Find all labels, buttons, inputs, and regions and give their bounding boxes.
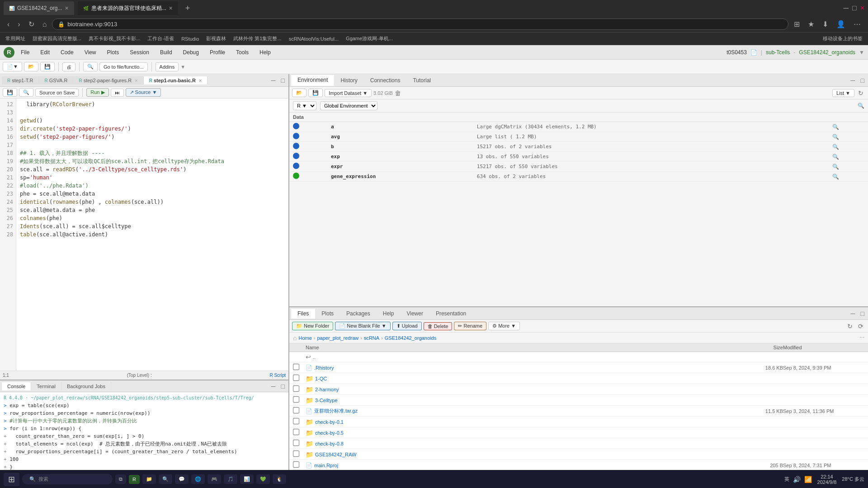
close-tab-2-btn[interactable]: ×	[169, 5, 173, 12]
files-more-btn[interactable]: ⋯	[859, 335, 864, 341]
save-workspace-btn[interactable]: 💾	[308, 89, 323, 97]
tab-connections[interactable]: Connections	[364, 75, 407, 85]
breadcrumb-home[interactable]: Home	[298, 335, 311, 341]
editor-tab-gsva[interactable]: R GSVA.R	[39, 76, 73, 84]
file-item[interactable]: 📄 main.Rproj 205 B Sep 8, 2024, 7:31 PM	[289, 460, 868, 471]
file-item[interactable]: 📄 亚群细分标准.tar.gz 11.5 KB Sep 3, 2024, 11:…	[289, 406, 868, 417]
menu-btn[interactable]: ⋯	[851, 18, 863, 30]
find-in-editor-btn[interactable]: 🔍	[19, 88, 33, 97]
upload-btn[interactable]: ⬆ Upload	[392, 322, 422, 330]
var-search-btn[interactable]: 🔍	[829, 152, 868, 162]
print-btn[interactable]: 🖨	[62, 62, 75, 71]
back-btn[interactable]: ‹	[5, 19, 12, 30]
env-var-row[interactable]: gene_expression 634 obs. of 2 variables …	[289, 172, 868, 182]
goto-file-btn[interactable]: Go to file/functio...	[99, 62, 148, 71]
file-name[interactable]: 📁 check-by-0.5	[306, 429, 738, 436]
editor-tab-step1-t[interactable]: R step1-T.R	[2, 76, 39, 84]
profile-btn[interactable]: 👤	[834, 18, 848, 30]
bookmark-6[interactable]: 影视森林	[204, 34, 228, 43]
network-icon[interactable]: 📶	[804, 476, 812, 483]
file-name[interactable]: 📁 2-harmony	[306, 386, 738, 393]
tab-help[interactable]: Help	[377, 309, 401, 319]
env-var-row[interactable]: avg Large list ( 1.2 MB) 🔍	[289, 132, 868, 142]
file-list[interactable]: ↩ .. 📄 .Rhistory 18.6 KB Sep 8, 2024, 9:…	[289, 352, 868, 488]
file-item[interactable]: 📁 1-QC	[289, 373, 868, 384]
view-list-btn[interactable]: List ▼	[832, 89, 854, 97]
code-editor[interactable]: library(RColorBrewer) getwd() dir.create…	[16, 99, 288, 371]
code-area[interactable]: 121314151617 181920212223 2425262728 lib…	[0, 99, 288, 371]
source-btn[interactable]: ↗ Source ▼	[126, 88, 161, 97]
env-tools-btn[interactable]: 🗑	[395, 89, 401, 97]
more-btn[interactable]: ⚙ More ▼	[488, 322, 520, 330]
new-folder-btn[interactable]: 📁 New Folder	[292, 322, 333, 330]
files-sync-btn[interactable]: ⟳	[856, 322, 865, 331]
global-env-select[interactable]: Global Environment	[320, 101, 377, 110]
new-tab-btn[interactable]: +	[182, 4, 194, 13]
file-item[interactable]: 📁 2-harmony	[289, 384, 868, 395]
file-name[interactable]: ↩ ..	[306, 353, 738, 361]
rename-btn[interactable]: ✏ Rename	[454, 322, 486, 330]
tab-packages[interactable]: Packages	[340, 309, 377, 319]
home-btn[interactable]: ⌂	[40, 19, 50, 30]
env-var-row[interactable]: b 15217 obs. of 2 variables 🔍	[289, 142, 868, 152]
bookmark-3[interactable]: 真不卡影视_我不卡影...	[87, 34, 142, 43]
bookmark-7[interactable]: 武林外传 第1集完整...	[231, 34, 283, 43]
r-app-btn[interactable]: R	[129, 475, 140, 484]
var-search-btn[interactable]: 🔍	[829, 132, 868, 142]
file-checkbox-cell[interactable]	[293, 440, 306, 447]
var-search-btn[interactable]: 🔍	[829, 172, 868, 182]
file-item[interactable]: 📁 check-by-0.5	[289, 427, 868, 438]
folder-app-btn[interactable]: 📁	[142, 474, 156, 484]
new-blank-file-btn[interactable]: 📄 New Blank File ▼	[335, 322, 390, 330]
menu-build[interactable]: Build	[156, 47, 177, 57]
search-app-btn[interactable]: 🔍	[159, 474, 172, 484]
menu-view[interactable]: View	[80, 47, 101, 57]
env-search-icon[interactable]: 🔍	[858, 103, 864, 109]
file-checkbox-cell[interactable]	[293, 461, 306, 469]
chat-app-btn[interactable]: 💬	[175, 474, 189, 484]
editor-maximize-btn[interactable]: □	[279, 76, 287, 85]
delete-btn[interactable]: 🗑 Delete	[424, 322, 453, 330]
bookmark-2[interactable]: 甜蜜家园高清完整版...	[31, 34, 83, 43]
var-search-btn[interactable]: 🔍	[829, 162, 868, 172]
file-name[interactable]: 📁 check-by-0.8	[306, 440, 738, 447]
files-maximize-btn[interactable]: □	[859, 309, 866, 318]
import-dataset-btn[interactable]: Import Dataset ▼	[325, 89, 372, 97]
file-select-checkbox[interactable]	[293, 440, 299, 446]
console-tab-jobs[interactable]: Background Jobs	[61, 382, 111, 390]
bookmark-8[interactable]: scRNAtoolVis:Useful...	[287, 35, 340, 42]
file-select-checkbox[interactable]	[293, 396, 299, 403]
file-select-checkbox[interactable]	[293, 407, 299, 413]
tab-history[interactable]: History	[334, 75, 363, 85]
refresh-env-btn[interactable]: ↻	[856, 89, 865, 98]
menu-tools[interactable]: Tools	[231, 47, 253, 57]
env-maximize-btn[interactable]: □	[859, 76, 866, 85]
taskview-btn[interactable]: ⧉	[115, 474, 126, 484]
file-checkbox-cell[interactable]	[293, 364, 306, 371]
file-item[interactable]: 📁 GSE184242_RAW	[289, 449, 868, 460]
browser-tab-2[interactable]: 🌿 患者来源的微器官球使临床精... ×	[78, 1, 178, 15]
console-tab-terminal[interactable]: Terminal	[31, 382, 61, 390]
file-checkbox-cell[interactable]	[293, 450, 306, 458]
maximize-btn[interactable]: □	[852, 4, 857, 12]
file-checkbox-cell[interactable]	[293, 396, 306, 404]
run-btn[interactable]: Run ▶	[86, 88, 108, 97]
files-minimize-btn[interactable]: ─	[849, 309, 857, 318]
bookmark-mobile[interactable]: 移动设备上的书签	[821, 34, 864, 43]
console-tab-console[interactable]: Console	[2, 382, 31, 390]
tab-viewer[interactable]: Viewer	[400, 309, 429, 319]
volume-icon[interactable]: 🔊	[793, 476, 801, 483]
game-app-btn[interactable]: 🎮	[208, 474, 221, 484]
start-button[interactable]: ⊞	[4, 473, 19, 486]
file-select-checkbox[interactable]	[293, 385, 299, 392]
download-btn[interactable]: ⬇	[820, 18, 831, 30]
menu-plots[interactable]: Plots	[103, 47, 124, 57]
file-checkbox-cell[interactable]	[293, 375, 306, 382]
search-taskbar-btn[interactable]: 🔍搜索	[22, 474, 113, 484]
address-bar[interactable]: 🔒 biotrainee.vip:9013	[52, 19, 788, 30]
menu-profile[interactable]: Profile	[205, 47, 230, 57]
load-workspace-btn[interactable]: 📂	[292, 89, 307, 97]
qq-app-btn[interactable]: 🐧	[273, 474, 286, 484]
env-var-row[interactable]: a Large dgCMatrix (30434 elements, 1.2 M…	[289, 122, 868, 132]
file-select-checkbox[interactable]	[293, 418, 299, 424]
